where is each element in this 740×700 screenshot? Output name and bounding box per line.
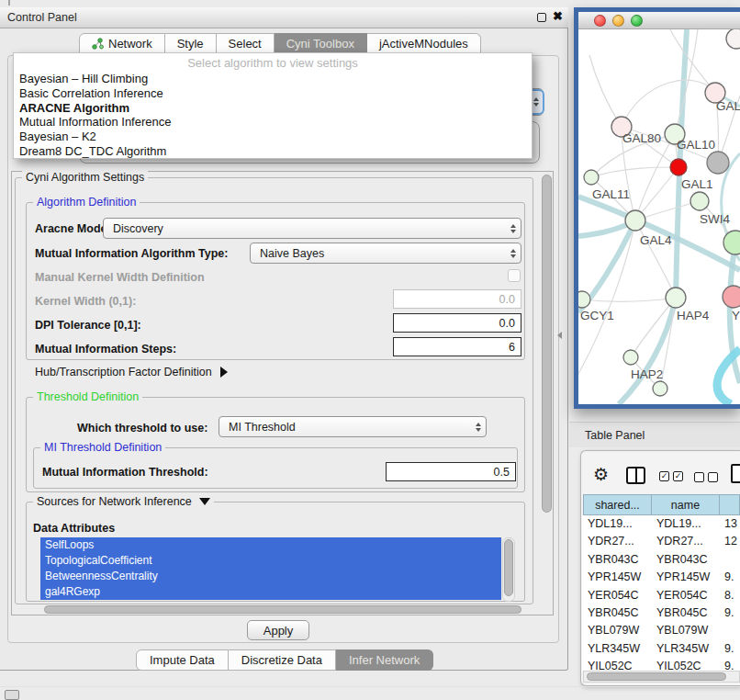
mi-threshold-field[interactable]: 0.5 <box>386 462 516 481</box>
mi-type-select[interactable]: Naive Bayes <box>250 243 521 264</box>
network-node-label: Y <box>732 309 740 322</box>
cell-shared-name: YLR345W <box>588 640 656 658</box>
attribute-item-selected[interactable]: SelfLoops <box>40 537 501 553</box>
network-canvas[interactable]: GALGAL80GAL10GAL1GAL11SWI4GAL4GCY1HAP4YH… <box>578 29 740 404</box>
network-node[interactable] <box>723 286 740 308</box>
dock-icon[interactable] <box>5 690 19 700</box>
network-node[interactable] <box>666 288 686 308</box>
table-row[interactable]: YDR27... YDR27... 12 <box>582 533 740 550</box>
bottom-tab[interactable]: Infer Network <box>336 649 433 671</box>
select-all-checks-icon[interactable]: ✓ ✓ <box>659 471 683 481</box>
table-header-partial[interactable] <box>719 494 740 515</box>
bottom-tab[interactable]: Impute Data <box>136 649 229 671</box>
control-panel-titlebar[interactable]: Control Panel <box>0 7 568 28</box>
table-row[interactable]: YLR345W YLR345W 9. <box>582 640 740 658</box>
manual-kernel-checkbox[interactable] <box>508 269 521 282</box>
hub-definition-label: Hub/Transcription Factor Definition <box>35 366 212 378</box>
table-panel-titlebar[interactable]: Table Panel <box>569 422 740 447</box>
algorithm-option[interactable]: Mutual Information Inference <box>14 115 532 130</box>
columns-icon[interactable] <box>626 467 645 484</box>
threshold-definition-title: Threshold Definition <box>33 390 142 403</box>
close-traffic-light[interactable] <box>594 15 606 27</box>
network-node[interactable] <box>707 152 729 174</box>
network-node-label: SWI4 <box>700 212 730 226</box>
bottom-tab[interactable]: Discretize Data <box>229 649 336 671</box>
which-threshold-select[interactable]: MI Threshold <box>219 416 487 437</box>
table-header-name[interactable]: name <box>651 494 720 515</box>
table-row[interactable]: YPR145W YPR145W 9. <box>582 569 740 586</box>
hub-definition-toggle[interactable]: Hub/Transcription Factor Definition <box>35 366 228 378</box>
tab[interactable]: Network <box>79 33 165 54</box>
zoom-traffic-light[interactable] <box>631 15 643 27</box>
table-panel-title: Table Panel <box>585 429 645 442</box>
network-node[interactable] <box>653 381 667 396</box>
network-node[interactable] <box>578 291 590 308</box>
algorithm-option[interactable]: Bayesian – Hill Climbing <box>14 72 532 86</box>
file-icon[interactable] <box>731 464 740 483</box>
algorithm-definition-title: Algorithm Definition <box>33 196 140 209</box>
minimize-traffic-light[interactable] <box>612 15 624 27</box>
network-node[interactable] <box>690 192 709 210</box>
network-edge <box>582 298 676 301</box>
close-icon[interactable]: ✖ <box>553 12 563 21</box>
network-node[interactable] <box>623 350 638 365</box>
network-edge <box>622 80 715 127</box>
attribute-item-selected[interactable]: gal4RGexp <box>40 584 501 600</box>
tab[interactable]: Cyni Toolbox <box>275 33 367 54</box>
bottom-tabbar: Impute Data Discretize Data Infer Networ… <box>136 649 433 671</box>
tab[interactable]: jActiveMNodules <box>367 33 481 54</box>
cell-value: 8. <box>724 587 740 604</box>
table-header-shared-name[interactable]: shared... <box>583 494 652 515</box>
spinner-arrows-icon[interactable] <box>505 249 521 258</box>
attribute-item-selected[interactable]: BetweennessCentrality <box>40 569 501 584</box>
settings-vertical-scrollbar[interactable] <box>542 175 552 513</box>
algorithm-option[interactable]: Dream8 DC_TDC Algorithm <box>14 144 532 159</box>
float-window-icon[interactable] <box>537 13 546 22</box>
network-node[interactable] <box>625 210 645 231</box>
table-hscroll-thumb[interactable] <box>587 672 726 681</box>
deselect-all-boxes-icon[interactable] <box>694 472 718 482</box>
spinner-arrows-icon[interactable] <box>505 224 521 233</box>
cell-value <box>724 622 740 639</box>
network-window-titlebar[interactable] <box>578 12 740 29</box>
aracne-mode-value: Discovery <box>104 222 505 235</box>
tab-label: Cyni Toolbox <box>286 37 354 51</box>
table-row[interactable]: YBR043C YBR043C <box>582 551 740 569</box>
aracne-mode-select[interactable]: Discovery <box>103 218 521 239</box>
table-row[interactable]: YBR045C YBR045C 9. <box>582 604 740 622</box>
table-body: YDL19... YDL19... 13 YDR27... YDR27... 1… <box>582 515 740 671</box>
algorithm-option[interactable]: Basic Correlation Inference <box>14 86 532 101</box>
network-node[interactable] <box>584 170 599 185</box>
unchecked-box-icon <box>708 472 718 482</box>
spinner-arrows-icon[interactable] <box>470 423 486 432</box>
cell-value: 9. <box>724 569 740 586</box>
mi-steps-field[interactable]: 6 <box>393 337 521 356</box>
tab-label: Select <box>229 37 262 51</box>
network-node[interactable] <box>726 29 740 49</box>
table-row[interactable]: YIL052C YIL052C 9. <box>582 658 740 671</box>
tab[interactable]: Style <box>165 33 217 54</box>
which-threshold-value: MI Threshold <box>219 421 470 434</box>
settings-horizontal-scrollbar[interactable] <box>44 605 521 614</box>
aracne-mode-label: Aracne Mode: <box>35 222 111 235</box>
tab[interactable]: Select <box>217 33 275 54</box>
table-row[interactable]: YBL079W YBL079W <box>582 622 740 639</box>
gear-icon[interactable]: ⚙ <box>593 466 609 484</box>
sources-toggle[interactable]: Sources for Network Inference <box>33 495 214 508</box>
attributes-scroll-thumb[interactable] <box>504 539 513 596</box>
data-attributes-list: SelfLoops TopologicalCoefficient Between… <box>40 537 501 602</box>
algorithm-option[interactable]: Bayesian – K2 <box>14 130 532 144</box>
panel-resize-handle[interactable] <box>557 332 562 339</box>
kernel-width-field[interactable]: 0.0 <box>393 289 521 309</box>
tab-label: jActiveMNodules <box>379 37 468 51</box>
attribute-item-selected[interactable]: TopologicalCoefficient <box>40 553 501 569</box>
kernel-width-label: Kernel Width (0,1): <box>35 295 136 308</box>
apply-button[interactable]: Apply <box>247 620 309 640</box>
dpi-tolerance-field[interactable]: 0.0 <box>393 313 521 333</box>
tab-label: Style <box>177 37 204 51</box>
algorithm-option[interactable]: ARACNE Algorithm <box>14 101 532 116</box>
network-node[interactable] <box>670 159 687 175</box>
table-row[interactable]: YER054C YER054C 8. <box>582 587 740 604</box>
network-view-window: GALGAL80GAL10GAL1GAL11SWI4GAL4GCY1HAP4YH… <box>574 7 740 409</box>
table-row[interactable]: YDL19... YDL19... 13 <box>582 515 740 533</box>
